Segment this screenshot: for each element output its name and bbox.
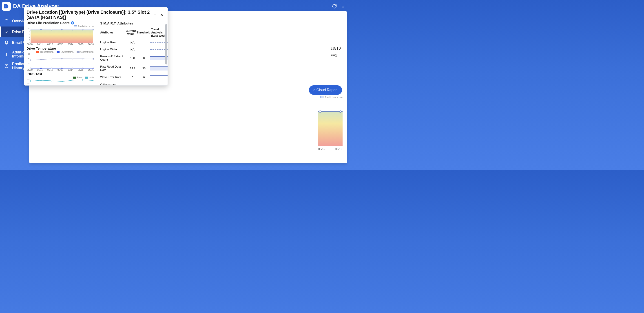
iops-chart-canvas: 0100200300 bbox=[26, 79, 94, 85]
smart-panel: S.M.A.R.T. Attributes Attributes Current… bbox=[98, 21, 168, 85]
smart-attr: Offline scan uncorrectable count bbox=[100, 83, 126, 85]
svg-point-10 bbox=[319, 111, 321, 112]
smart-current: NA bbox=[127, 41, 138, 44]
iops-chart: IOPS Test Read Write 0100200300 bbox=[26, 72, 94, 85]
smart-scrollbar[interactable] bbox=[165, 24, 167, 64]
svg-point-49 bbox=[51, 58, 52, 59]
svg-point-5 bbox=[342, 6, 343, 6]
smart-title: S.M.A.R.T. Attributes bbox=[100, 21, 168, 27]
svg-point-53 bbox=[93, 58, 94, 59]
temperature-chart-xaxis: 06/1006/1106/1206/1306/1406/1506/16 bbox=[26, 69, 94, 71]
smart-attr: Logical Read bbox=[100, 41, 126, 44]
more-vert-icon[interactable] bbox=[340, 3, 346, 9]
temperature-chart-canvas: 0204060 bbox=[26, 53, 94, 69]
prediction-chart: Drive Life Prediction Score i Prediction… bbox=[26, 21, 94, 45]
modal-titlebar: Drive Location [(Drive type) (Drive Encl… bbox=[24, 7, 168, 21]
smart-threshold: -- bbox=[138, 41, 149, 44]
info-icon[interactable]: i bbox=[71, 21, 74, 24]
svg-point-71 bbox=[93, 80, 94, 81]
svg-point-27 bbox=[82, 29, 83, 30]
smart-row: Write Error Rate00 bbox=[100, 74, 168, 81]
smart-trend bbox=[150, 75, 168, 79]
svg-rect-8 bbox=[318, 112, 342, 146]
smart-row: Raw Read Data Rate3A233 bbox=[100, 63, 168, 74]
svg-point-11 bbox=[340, 111, 341, 112]
background-rows: JJ5T0 FF1 bbox=[330, 45, 341, 59]
svg-point-66 bbox=[40, 80, 42, 81]
clock-icon bbox=[4, 63, 9, 68]
svg-point-65 bbox=[30, 81, 31, 82]
svg-point-4 bbox=[342, 5, 343, 5]
prediction-chart-xaxis: 06/1006/1106/1206/1306/1406/1506/16 bbox=[26, 43, 94, 45]
svg-point-50 bbox=[61, 58, 62, 59]
svg-text:8: 8 bbox=[29, 30, 30, 32]
svg-point-26 bbox=[72, 29, 73, 30]
modal-left-charts: Drive Life Prediction Score i Prediction… bbox=[24, 21, 96, 85]
svg-rect-15 bbox=[30, 30, 93, 43]
bg-chart-legend: Prediction score bbox=[320, 96, 342, 99]
svg-text:60: 60 bbox=[28, 53, 30, 55]
app-logo bbox=[2, 2, 11, 11]
svg-point-47 bbox=[30, 60, 31, 61]
smart-table-header: Attributes Current Value Threshold Trend… bbox=[100, 27, 168, 39]
bg-row: JJ5T0 bbox=[330, 45, 341, 52]
smart-table-body[interactable]: Logical ReadNA--Logical WriteNA--Power-o… bbox=[100, 39, 168, 85]
svg-point-69 bbox=[72, 80, 73, 81]
close-icon[interactable] bbox=[159, 12, 164, 17]
svg-text:300: 300 bbox=[27, 79, 30, 80]
smart-row: Logical WriteNA-- bbox=[100, 46, 168, 53]
smart-attr: Raw Read Data Rate bbox=[100, 65, 126, 72]
cloud-report-button[interactable]: a Cloud Report bbox=[309, 85, 342, 95]
smart-threshold: -- bbox=[138, 48, 149, 51]
bell-icon bbox=[4, 40, 9, 45]
svg-point-23 bbox=[40, 29, 42, 30]
svg-text:40: 40 bbox=[28, 58, 30, 60]
smart-trend bbox=[150, 56, 168, 60]
logo-icon bbox=[3, 3, 10, 9]
svg-point-68 bbox=[61, 81, 62, 82]
temperature-chart: Drive Temperature Highest temp. Lowest t… bbox=[26, 46, 94, 71]
bar-chart-icon bbox=[4, 52, 9, 57]
svg-point-3 bbox=[6, 6, 6, 6]
svg-text:6: 6 bbox=[29, 33, 30, 35]
drive-details-modal: Drive Location [(Drive type) (Drive Encl… bbox=[24, 7, 168, 85]
smart-trend bbox=[150, 42, 168, 43]
svg-point-48 bbox=[40, 59, 42, 60]
svg-text:10: 10 bbox=[28, 28, 30, 29]
refresh-icon[interactable] bbox=[331, 3, 338, 9]
svg-text:200: 200 bbox=[27, 83, 30, 85]
modal-title: Drive Location [(Drive type) (Drive Encl… bbox=[26, 10, 151, 20]
gauge-icon bbox=[4, 19, 9, 23]
smart-current: 150 bbox=[127, 56, 138, 60]
svg-point-24 bbox=[51, 29, 52, 30]
svg-point-2 bbox=[5, 6, 5, 6]
prediction-chart-title: Drive Life Prediction Score bbox=[26, 21, 70, 25]
smart-threshold: 0 bbox=[138, 56, 149, 60]
svg-text:4: 4 bbox=[29, 36, 30, 38]
svg-point-1 bbox=[6, 5, 6, 5]
smart-current: 0 bbox=[127, 76, 138, 79]
smart-row: Offline scan uncorrectable count00 bbox=[100, 81, 168, 85]
smart-attr: Write Error Rate bbox=[100, 76, 126, 79]
svg-point-52 bbox=[82, 58, 83, 59]
smart-row: Power-off Retract Count1500 bbox=[100, 53, 168, 63]
prediction-chart-canvas: 0246810 bbox=[26, 28, 94, 43]
svg-point-25 bbox=[61, 29, 62, 30]
svg-text:2: 2 bbox=[29, 39, 30, 41]
smart-trend bbox=[150, 66, 168, 70]
svg-point-6 bbox=[342, 7, 343, 8]
line-chart-icon bbox=[4, 29, 9, 34]
smart-threshold: 0 bbox=[138, 76, 149, 79]
svg-point-70 bbox=[82, 79, 83, 81]
svg-point-28 bbox=[93, 29, 94, 30]
svg-point-0 bbox=[5, 5, 5, 5]
smart-current: NA bbox=[127, 48, 138, 51]
background-prediction-chart: Prediction score 06/15 06/16 bbox=[298, 96, 342, 152]
smart-current: 3A2 bbox=[127, 67, 138, 70]
smart-trend bbox=[150, 49, 168, 50]
minimize-icon[interactable] bbox=[152, 12, 158, 17]
svg-point-22 bbox=[30, 29, 31, 30]
smart-attr: Logical Write bbox=[100, 48, 126, 51]
svg-text:20: 20 bbox=[28, 63, 30, 64]
svg-point-67 bbox=[51, 80, 52, 81]
